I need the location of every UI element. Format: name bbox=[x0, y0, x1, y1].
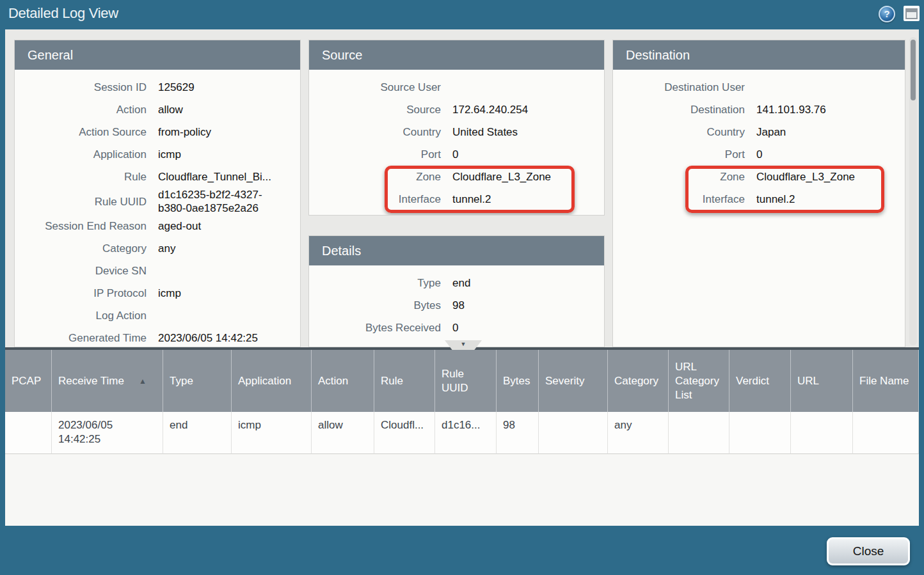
table-column-header[interactable]: URL Category List bbox=[669, 350, 729, 412]
field-value: end bbox=[452, 276, 473, 290]
field-row: Session ID 125629 bbox=[19, 76, 292, 98]
field-row: Port 0 bbox=[313, 143, 596, 166]
field-label: Port bbox=[313, 148, 441, 161]
field-value: United States bbox=[452, 125, 520, 139]
maximize-window-icon[interactable] bbox=[904, 6, 920, 21]
field-value: Cloudflare_Tunnel_Bi... bbox=[158, 170, 274, 184]
field-label: Interface bbox=[313, 193, 441, 206]
table-cell bbox=[539, 412, 608, 454]
field-label: Rule bbox=[19, 170, 147, 184]
table-column-header[interactable]: Severity bbox=[539, 350, 608, 412]
field-row: Interface tunnel.2 bbox=[313, 188, 596, 210]
field-value: tunnel.2 bbox=[452, 193, 494, 206]
table-column-header[interactable]: Rule UUID bbox=[435, 350, 497, 412]
field-row: Destination 141.101.93.76 bbox=[617, 98, 897, 121]
table-cell: any bbox=[608, 412, 669, 454]
field-row: Zone Cloudflare_L3_Zone bbox=[617, 166, 897, 188]
table-column-header[interactable]: URL bbox=[791, 350, 853, 412]
field-value: 172.64.240.254 bbox=[452, 103, 530, 116]
field-row: Action allow bbox=[19, 98, 292, 121]
field-label: Session End Reason bbox=[19, 219, 147, 233]
field-value: Japan bbox=[756, 125, 788, 139]
field-row: Bytes 98 bbox=[313, 294, 596, 317]
field-row: Bytes Received 0 bbox=[313, 317, 596, 339]
field-value: aged-out bbox=[158, 219, 203, 233]
field-row: Country United States bbox=[313, 121, 596, 143]
field-value: 2023/06/05 14:42:25 bbox=[158, 331, 260, 345]
details-panel-header: Details bbox=[309, 236, 604, 265]
dialog-content: General Session ID 125629 Action allow A… bbox=[5, 29, 919, 526]
log-table-section: ▼ PCAPReceive TimeTypeApplicationActionR… bbox=[5, 347, 919, 526]
field-value: 98 bbox=[452, 299, 467, 312]
field-row: Source 172.64.240.254 bbox=[313, 98, 596, 121]
field-row: Zone Cloudflare_L3_Zone bbox=[313, 166, 596, 188]
field-label: Port bbox=[617, 148, 745, 161]
general-panel-header: General bbox=[15, 40, 300, 70]
help-icon[interactable]: ? bbox=[879, 6, 895, 22]
field-value: allow bbox=[158, 103, 186, 116]
table-column-header[interactable]: Verdict bbox=[729, 350, 791, 412]
field-value: Cloudflare_L3_Zone bbox=[452, 170, 554, 184]
field-value: 125629 bbox=[158, 81, 197, 94]
field-label: Generated Time bbox=[19, 331, 147, 345]
table-header-row: PCAPReceive TimeTypeApplicationActionRul… bbox=[5, 347, 919, 412]
field-label: Destination bbox=[617, 103, 745, 116]
field-label: Action Source bbox=[19, 125, 147, 139]
table-cell: allow bbox=[312, 412, 374, 454]
field-value: 141.101.93.76 bbox=[756, 103, 829, 116]
field-row: Rule UUID d1c16235-b2f2-4327-b380-0ae187… bbox=[19, 188, 292, 215]
field-row: Session End Reason aged-out bbox=[19, 215, 292, 237]
field-row: Interface tunnel.2 bbox=[617, 188, 897, 210]
table-column-header[interactable]: PCAP bbox=[5, 350, 52, 412]
field-row: Log Action bbox=[19, 304, 292, 327]
field-label: Country bbox=[313, 125, 441, 139]
field-row: Source User bbox=[313, 76, 596, 98]
field-row: Destination User bbox=[617, 76, 897, 98]
field-label: Type bbox=[313, 276, 441, 290]
field-label: Bytes Received bbox=[313, 321, 441, 335]
table-column-header[interactable]: Application bbox=[232, 350, 312, 412]
field-row: Port 0 bbox=[617, 143, 897, 166]
field-value: d1c16235-b2f2-4327-b380-0ae1875e2a26 bbox=[158, 188, 292, 215]
destination-panel-header: Destination bbox=[613, 40, 905, 70]
table-cell bbox=[5, 412, 52, 454]
field-label: Source bbox=[313, 103, 441, 116]
general-panel: General Session ID 125629 Action allow A… bbox=[14, 40, 301, 347]
table-column-header[interactable]: File Name bbox=[853, 350, 919, 412]
field-label: Destination User bbox=[617, 81, 745, 94]
table-cell: 2023/06/05 14:42:25 bbox=[52, 412, 163, 454]
table-column-header[interactable]: Rule bbox=[374, 350, 435, 412]
field-value: tunnel.2 bbox=[756, 193, 798, 206]
field-value: icmp bbox=[158, 148, 184, 161]
table-column-header[interactable]: Bytes bbox=[497, 350, 539, 412]
table-column-header[interactable]: Receive Time bbox=[52, 350, 163, 412]
field-value: from-policy bbox=[158, 125, 214, 139]
field-label: Device SN bbox=[19, 264, 147, 278]
field-label: Category bbox=[19, 242, 147, 255]
field-label: Country bbox=[617, 125, 745, 139]
dialog-title-bar: Detailed Log View ? bbox=[0, 0, 924, 29]
field-value: 0 bbox=[452, 321, 461, 335]
field-label: Source User bbox=[313, 81, 441, 94]
table-column-header[interactable]: Type bbox=[163, 350, 232, 412]
field-row: Action Source from-policy bbox=[19, 121, 292, 143]
table-cell: icmp bbox=[232, 412, 312, 454]
table-cell bbox=[729, 412, 791, 454]
scrollbar-thumb[interactable] bbox=[911, 40, 916, 100]
table-column-header[interactable]: Category bbox=[608, 350, 669, 412]
field-label: Action bbox=[19, 103, 147, 116]
field-label: Bytes bbox=[313, 299, 441, 312]
table-cell: end bbox=[163, 412, 232, 454]
table-cell: Cloudfl... bbox=[374, 412, 435, 454]
table-column-header[interactable]: Action bbox=[312, 350, 374, 412]
table-cell: d1c16... bbox=[435, 412, 497, 454]
close-button[interactable]: Close bbox=[827, 537, 910, 565]
field-label: Interface bbox=[617, 193, 745, 206]
page-title: Detailed Log View bbox=[8, 5, 118, 22]
vertical-scrollbar[interactable] bbox=[909, 37, 917, 345]
field-value: 0 bbox=[452, 148, 461, 161]
field-label: Application bbox=[19, 148, 147, 161]
field-label: Session ID bbox=[19, 81, 147, 94]
field-label: Zone bbox=[617, 170, 745, 184]
table-row[interactable]: 2023/06/05 14:42:25endicmpallowCloudfl..… bbox=[5, 412, 919, 454]
